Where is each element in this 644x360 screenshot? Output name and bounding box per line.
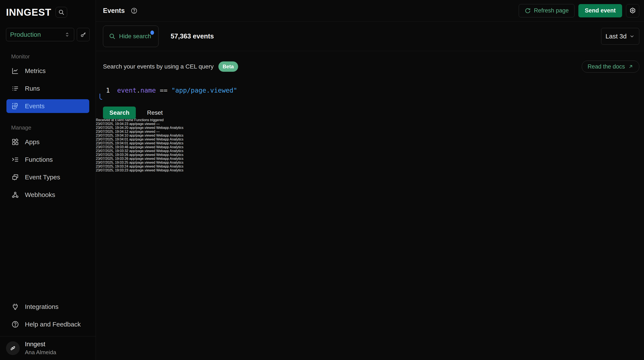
- function-badge[interactable]: Webapp Analytics: [156, 157, 184, 160]
- table-row[interactable]: 23/07/2025, 19:04:12 app/page.viewed —: [96, 130, 644, 134]
- function-name: Webapp Analytics: [156, 145, 184, 149]
- function-badge[interactable]: Webapp Analytics: [156, 141, 184, 145]
- functions-cell: Webapp Analytics: [156, 168, 184, 172]
- table-row[interactable]: 23/07/2025, 19:03:46 app/page.viewed Web…: [96, 145, 644, 149]
- key-icon: [80, 31, 86, 38]
- functions-cell: Webapp Analytics: [156, 157, 184, 160]
- received-at-cell: 23/07/2025, 19:03:25: [96, 161, 128, 164]
- sidebar-item-runs[interactable]: Runs: [6, 82, 89, 95]
- inngest-logo: INNGEST: [6, 7, 51, 18]
- environment-selector[interactable]: Production: [6, 28, 74, 41]
- help-icon[interactable]: [130, 7, 138, 14]
- sidebar-item-functions[interactable]: Functions: [6, 153, 89, 166]
- event-keys-button[interactable]: [77, 28, 90, 41]
- search-icon: [109, 33, 116, 40]
- sidebar-item-apps[interactable]: Apps: [6, 135, 89, 149]
- functions-cell: Webapp Analytics: [156, 134, 184, 137]
- settings-button[interactable]: [626, 4, 639, 17]
- event-name-cell[interactable]: app/page.viewed: [129, 145, 155, 149]
- cel-query-editor[interactable]: 1 event.name == "app/page.viewed": [103, 82, 639, 98]
- table-row[interactable]: 23/07/2025, 19:03:23 app/page.viewed Web…: [96, 168, 644, 172]
- function-badge[interactable]: Webapp Analytics: [156, 126, 184, 129]
- sidebar-item-label: Metrics: [25, 67, 46, 75]
- table-row[interactable]: 23/07/2025, 19:04:01 app/page.viewed Web…: [96, 137, 644, 141]
- function-name: Webapp Analytics: [156, 141, 184, 145]
- event-name-cell[interactable]: app/page.viewed: [129, 161, 155, 164]
- reset-button[interactable]: Reset: [147, 109, 162, 116]
- functions-cell: Webapp Analytics: [156, 153, 184, 156]
- cel-search-panel: Search your events by using a CEL query …: [96, 51, 644, 118]
- manage-nav: Apps Functions Event Types Webhooks: [0, 133, 96, 204]
- sidebar-item-label: Functions: [25, 156, 53, 163]
- table-row[interactable]: 23/07/2025, 19:04:20 app/page.viewed Web…: [96, 126, 644, 130]
- no-functions-dash: —: [156, 130, 160, 133]
- table-row[interactable]: 23/07/2025, 19:03:25 app/page.viewed Web…: [96, 161, 644, 164]
- no-functions-dash: —: [156, 122, 160, 126]
- sidebar-item-label: Event Types: [25, 173, 60, 181]
- received-at-cell: 23/07/2025, 19:03:26: [96, 157, 128, 160]
- function-badge[interactable]: Webapp Analytics: [156, 137, 184, 141]
- sidebar-item-integrations[interactable]: Integrations: [6, 300, 89, 314]
- function-badge[interactable]: Webapp Analytics: [156, 149, 184, 153]
- functions-cell: Webapp Analytics: [156, 145, 184, 149]
- table-row[interactable]: 23/07/2025, 19:03:32 app/page.viewed Web…: [96, 149, 644, 153]
- hide-search-label: Hide search: [119, 33, 151, 40]
- sidebar-item-help-feedback[interactable]: Help and Feedback: [6, 317, 89, 331]
- function-name: Webapp Analytics: [156, 161, 184, 164]
- chevron-down-icon: [629, 34, 635, 39]
- cel-token: .: [136, 87, 140, 94]
- function-badge[interactable]: Webapp Analytics: [156, 164, 184, 168]
- event-name-cell[interactable]: app/page.viewed: [129, 157, 155, 160]
- send-event-button[interactable]: Send event: [578, 4, 622, 17]
- account-org-name: Inngest: [25, 341, 56, 348]
- functions-cell: Webapp Analytics: [156, 161, 184, 164]
- refresh-page-button[interactable]: Refresh page: [519, 4, 574, 17]
- table-row[interactable]: 23/07/2025, 19:03:24 app/page.viewed Web…: [96, 164, 644, 168]
- event-name-cell[interactable]: app/page.viewed: [129, 141, 155, 145]
- cel-token: event: [117, 87, 136, 94]
- functions-cell: Webapp Analytics: [156, 149, 184, 153]
- function-badge[interactable]: Webapp Analytics: [156, 145, 184, 149]
- account-user-name: Ana Almeida: [25, 349, 56, 356]
- search-button[interactable]: Search: [103, 107, 136, 119]
- event-name-cell[interactable]: app/page.viewed: [129, 164, 155, 168]
- global-search-button[interactable]: [56, 7, 67, 18]
- event-search-icon: [11, 102, 19, 110]
- event-name-cell[interactable]: app/page.viewed: [129, 122, 155, 126]
- received-at-cell: 23/07/2025, 19:04:10: [96, 134, 128, 137]
- sidebar-item-event-types[interactable]: Event Types: [6, 170, 89, 184]
- received-at-cell: 23/07/2025, 19:04:01: [96, 137, 128, 141]
- cel-query-text[interactable]: event.name == "app/page.viewed": [117, 87, 237, 94]
- function-badge[interactable]: Webapp Analytics: [156, 134, 184, 137]
- notification-dot: [150, 31, 154, 35]
- sidebar-item-events[interactable]: Events: [6, 99, 89, 113]
- event-name-cell[interactable]: app/page.viewed: [129, 153, 155, 156]
- monitor-nav: Metrics Runs Events: [0, 62, 96, 115]
- sidebar-item-webhooks[interactable]: Webhooks: [6, 188, 89, 202]
- event-name-cell[interactable]: app/page.viewed: [129, 126, 155, 129]
- time-range-selector[interactable]: Last 3d: [601, 28, 639, 45]
- table-row[interactable]: 23/07/2025, 19:03:26 app/page.viewed Web…: [96, 157, 644, 161]
- hide-search-button[interactable]: Hide search: [103, 26, 158, 47]
- event-name-cell[interactable]: app/page.viewed: [129, 134, 155, 137]
- table-row[interactable]: 23/07/2025, 19:04:01 app/page.viewed Web…: [96, 141, 644, 145]
- function-badge[interactable]: Webapp Analytics: [156, 153, 184, 156]
- table-row[interactable]: 23/07/2025, 19:03:26 app/page.viewed Web…: [96, 153, 644, 157]
- plug-icon: [11, 303, 19, 311]
- sidebar-item-metrics[interactable]: Metrics: [6, 64, 89, 78]
- read-the-docs-button[interactable]: Read the docs: [582, 61, 639, 73]
- account-menu[interactable]: Inngest Ana Almeida: [0, 336, 96, 360]
- event-types-icon: [11, 173, 19, 181]
- event-name-cell[interactable]: app/page.viewed: [129, 149, 155, 153]
- table-row[interactable]: 23/07/2025, 19:04:10 app/page.viewed Web…: [96, 134, 644, 137]
- sidebar-item-label: Events: [25, 102, 44, 110]
- function-badge[interactable]: Webapp Analytics: [156, 168, 184, 172]
- function-badge[interactable]: Webapp Analytics: [156, 161, 184, 164]
- functions-cell: Webapp Analytics: [156, 164, 184, 168]
- table-row[interactable]: 23/07/2025, 19:04:23 app/page.viewed —: [96, 122, 644, 126]
- event-name-cell[interactable]: app/page.viewed: [129, 168, 155, 172]
- received-at-cell: 23/07/2025, 19:04:23: [96, 122, 128, 126]
- event-name-cell[interactable]: app/page.viewed: [129, 137, 155, 141]
- event-name-cell[interactable]: app/page.viewed: [129, 130, 155, 133]
- refresh-page-label: Refresh page: [534, 7, 569, 14]
